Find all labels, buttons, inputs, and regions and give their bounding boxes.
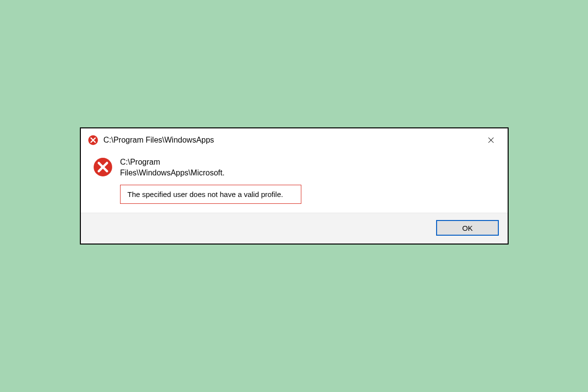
dialog-titlebar: C:\Program Files\WindowsApps [81, 128, 508, 151]
dialog-title: C:\Program Files\WindowsApps [103, 136, 481, 145]
error-icon [93, 157, 113, 177]
path-segment: C:\Program [120, 158, 160, 166]
error-message-highlight: The specified user does not have a valid… [120, 185, 301, 204]
error-message-text: The specified user does not have a valid… [127, 190, 283, 198]
ok-button-label: OK [462, 224, 473, 232]
close-button[interactable] [481, 133, 501, 147]
dialog-footer: OK [81, 213, 508, 244]
path-segment: Files\WindowsApps\Microsoft. [120, 169, 224, 177]
dialog-content: C:\Program Files\WindowsApps\Microsoft. … [81, 151, 508, 213]
ok-button[interactable]: OK [436, 220, 499, 236]
dialog-body: C:\Program Files\WindowsApps\Microsoft. … [120, 156, 496, 204]
error-dialog: C:\Program Files\WindowsApps C:\Program … [80, 127, 509, 245]
error-path: C:\Program Files\WindowsApps\Microsoft. [120, 157, 247, 178]
error-icon [88, 135, 98, 146]
